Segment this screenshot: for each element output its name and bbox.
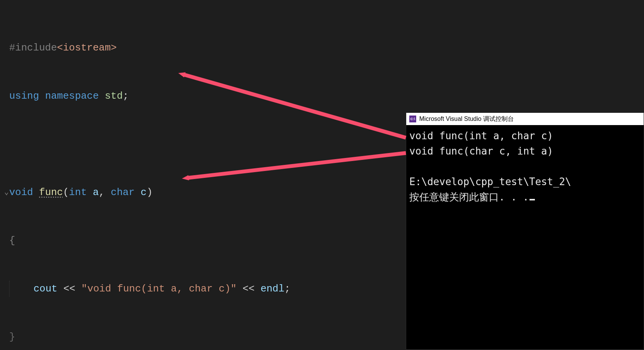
preprocessor-directive: #include: [9, 42, 57, 54]
console-output[interactable]: void func(int a, char c) void func(char …: [406, 125, 644, 208]
cout: cout: [33, 283, 57, 295]
return-type: void: [9, 187, 33, 198]
console-path-line: E:\develop\cpp_test\Test_2\: [409, 176, 571, 187]
string-literal: "void func(int a, char c)": [81, 283, 237, 295]
function-name: func: [39, 187, 63, 198]
console-titlebar[interactable]: C:\ Microsoft Visual Studio 调试控制台: [406, 113, 644, 125]
code-line: using namespace std;: [4, 88, 644, 104]
keyword-namespace: namespace: [45, 90, 99, 102]
brace-close: }: [9, 331, 15, 343]
keyword-using: using: [9, 90, 39, 102]
brace-open: {: [9, 235, 15, 246]
console-line: void func(int a, char c): [409, 130, 553, 142]
include-header: <iostream>: [57, 42, 117, 54]
fold-chevron-icon[interactable]: ⌄: [4, 184, 9, 200]
console-title: Microsoft Visual Studio 调试控制台: [419, 115, 514, 123]
debug-console-window[interactable]: C:\ Microsoft Visual Studio 调试控制台 void f…: [406, 112, 644, 350]
code-line: #include<iostream>: [4, 40, 644, 56]
cursor-icon: [530, 199, 535, 200]
console-close-prompt: 按任意键关闭此窗口. . .: [409, 191, 529, 203]
vs-icon: C:\: [409, 116, 416, 122]
console-line: void func(char c, int a): [409, 145, 553, 157]
namespace-std: std: [105, 90, 123, 102]
